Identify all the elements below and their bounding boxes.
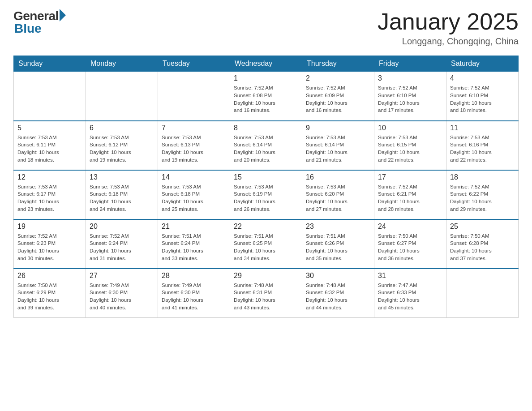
day-number: 23 bbox=[306, 223, 370, 231]
calendar-header: SundayMondayTuesdayWednesdayThursdayFrid… bbox=[14, 56, 519, 72]
day-number: 8 bbox=[234, 124, 298, 132]
day-info: Sunrise: 7:53 AM Sunset: 6:18 PM Dayligh… bbox=[162, 183, 226, 213]
calendar-week-4: 19Sunrise: 7:52 AM Sunset: 6:23 PM Dayli… bbox=[14, 219, 519, 269]
logo: General Blue bbox=[13, 9, 66, 36]
calendar-week-3: 12Sunrise: 7:53 AM Sunset: 6:17 PM Dayli… bbox=[14, 170, 519, 219]
day-cell-19: 19Sunrise: 7:52 AM Sunset: 6:23 PM Dayli… bbox=[14, 219, 86, 269]
day-number: 30 bbox=[306, 272, 370, 280]
logo-blue-text: Blue bbox=[14, 21, 42, 36]
day-info: Sunrise: 7:53 AM Sunset: 6:12 PM Dayligh… bbox=[90, 134, 154, 164]
day-number: 20 bbox=[90, 223, 154, 231]
day-info: Sunrise: 7:53 AM Sunset: 6:17 PM Dayligh… bbox=[17, 183, 82, 213]
day-info: Sunrise: 7:52 AM Sunset: 6:22 PM Dayligh… bbox=[450, 183, 515, 213]
day-info: Sunrise: 7:50 AM Sunset: 6:28 PM Dayligh… bbox=[450, 232, 515, 262]
day-number: 2 bbox=[306, 74, 370, 82]
day-number: 22 bbox=[234, 223, 298, 231]
weekday-header-saturday: Saturday bbox=[446, 56, 519, 72]
day-number: 12 bbox=[17, 173, 82, 181]
day-cell-10: 10Sunrise: 7:53 AM Sunset: 6:15 PM Dayli… bbox=[374, 121, 446, 170]
empty-cell bbox=[14, 72, 86, 121]
day-info: Sunrise: 7:53 AM Sunset: 6:19 PM Dayligh… bbox=[234, 183, 298, 213]
day-number: 31 bbox=[378, 272, 442, 280]
day-info: Sunrise: 7:53 AM Sunset: 6:11 PM Dayligh… bbox=[17, 134, 82, 164]
day-cell-8: 8Sunrise: 7:53 AM Sunset: 6:14 PM Daylig… bbox=[230, 121, 302, 170]
day-cell-23: 23Sunrise: 7:51 AM Sunset: 6:26 PM Dayli… bbox=[302, 219, 374, 269]
day-number: 7 bbox=[162, 124, 226, 132]
day-info: Sunrise: 7:51 AM Sunset: 6:26 PM Dayligh… bbox=[306, 232, 370, 262]
day-info: Sunrise: 7:53 AM Sunset: 6:13 PM Dayligh… bbox=[162, 134, 226, 164]
day-cell-20: 20Sunrise: 7:52 AM Sunset: 6:24 PM Dayli… bbox=[86, 219, 158, 269]
day-number: 27 bbox=[90, 272, 154, 280]
day-info: Sunrise: 7:52 AM Sunset: 6:09 PM Dayligh… bbox=[306, 84, 370, 114]
day-number: 6 bbox=[90, 124, 154, 132]
day-info: Sunrise: 7:47 AM Sunset: 6:33 PM Dayligh… bbox=[378, 282, 442, 312]
weekday-header-wednesday: Wednesday bbox=[230, 56, 302, 72]
day-info: Sunrise: 7:52 AM Sunset: 6:24 PM Dayligh… bbox=[90, 232, 154, 262]
day-number: 29 bbox=[234, 272, 298, 280]
day-info: Sunrise: 7:53 AM Sunset: 6:14 PM Dayligh… bbox=[306, 134, 370, 164]
day-info: Sunrise: 7:53 AM Sunset: 6:16 PM Dayligh… bbox=[450, 134, 515, 164]
calendar-table: SundayMondayTuesdayWednesdayThursdayFrid… bbox=[13, 56, 519, 318]
day-cell-25: 25Sunrise: 7:50 AM Sunset: 6:28 PM Dayli… bbox=[446, 219, 519, 269]
day-number: 5 bbox=[17, 124, 82, 132]
title-section: January 2025 Longgang, Chongqing, China bbox=[378, 9, 519, 47]
calendar-subtitle: Longgang, Chongqing, China bbox=[378, 36, 519, 47]
logo-triangle-icon bbox=[60, 9, 66, 21]
day-cell-5: 5Sunrise: 7:53 AM Sunset: 6:11 PM Daylig… bbox=[14, 121, 86, 170]
day-cell-7: 7Sunrise: 7:53 AM Sunset: 6:13 PM Daylig… bbox=[158, 121, 230, 170]
day-cell-12: 12Sunrise: 7:53 AM Sunset: 6:17 PM Dayli… bbox=[14, 170, 86, 219]
day-number: 19 bbox=[17, 223, 82, 231]
day-cell-1: 1Sunrise: 7:52 AM Sunset: 6:08 PM Daylig… bbox=[230, 72, 302, 121]
day-number: 11 bbox=[450, 124, 515, 132]
empty-cell bbox=[446, 269, 519, 318]
day-number: 26 bbox=[17, 272, 82, 280]
day-cell-4: 4Sunrise: 7:52 AM Sunset: 6:10 PM Daylig… bbox=[446, 72, 519, 121]
day-number: 18 bbox=[450, 173, 515, 181]
day-cell-14: 14Sunrise: 7:53 AM Sunset: 6:18 PM Dayli… bbox=[158, 170, 230, 219]
day-info: Sunrise: 7:52 AM Sunset: 6:21 PM Dayligh… bbox=[378, 183, 442, 213]
day-info: Sunrise: 7:53 AM Sunset: 6:15 PM Dayligh… bbox=[378, 134, 442, 164]
day-info: Sunrise: 7:52 AM Sunset: 6:10 PM Dayligh… bbox=[378, 84, 442, 114]
weekday-header-friday: Friday bbox=[374, 56, 446, 72]
day-cell-29: 29Sunrise: 7:48 AM Sunset: 6:31 PM Dayli… bbox=[230, 269, 302, 318]
day-info: Sunrise: 7:52 AM Sunset: 6:10 PM Dayligh… bbox=[450, 84, 515, 114]
day-number: 13 bbox=[90, 173, 154, 181]
day-cell-31: 31Sunrise: 7:47 AM Sunset: 6:33 PM Dayli… bbox=[374, 269, 446, 318]
day-info: Sunrise: 7:48 AM Sunset: 6:32 PM Dayligh… bbox=[306, 282, 370, 312]
weekday-header-row: SundayMondayTuesdayWednesdayThursdayFrid… bbox=[14, 56, 519, 72]
day-cell-2: 2Sunrise: 7:52 AM Sunset: 6:09 PM Daylig… bbox=[302, 72, 374, 121]
day-cell-24: 24Sunrise: 7:50 AM Sunset: 6:27 PM Dayli… bbox=[374, 219, 446, 269]
weekday-header-tuesday: Tuesday bbox=[158, 56, 230, 72]
empty-cell bbox=[158, 72, 230, 121]
day-info: Sunrise: 7:48 AM Sunset: 6:31 PM Dayligh… bbox=[234, 282, 298, 312]
day-info: Sunrise: 7:53 AM Sunset: 6:18 PM Dayligh… bbox=[90, 183, 154, 213]
day-info: Sunrise: 7:52 AM Sunset: 6:08 PM Dayligh… bbox=[234, 84, 298, 114]
day-number: 25 bbox=[450, 223, 515, 231]
day-cell-21: 21Sunrise: 7:51 AM Sunset: 6:24 PM Dayli… bbox=[158, 219, 230, 269]
day-cell-3: 3Sunrise: 7:52 AM Sunset: 6:10 PM Daylig… bbox=[374, 72, 446, 121]
day-cell-22: 22Sunrise: 7:51 AM Sunset: 6:25 PM Dayli… bbox=[230, 219, 302, 269]
day-number: 3 bbox=[378, 74, 442, 82]
calendar-week-2: 5Sunrise: 7:53 AM Sunset: 6:11 PM Daylig… bbox=[14, 121, 519, 170]
day-info: Sunrise: 7:53 AM Sunset: 6:20 PM Dayligh… bbox=[306, 183, 370, 213]
day-number: 28 bbox=[162, 272, 226, 280]
day-info: Sunrise: 7:51 AM Sunset: 6:25 PM Dayligh… bbox=[234, 232, 298, 262]
day-cell-13: 13Sunrise: 7:53 AM Sunset: 6:18 PM Dayli… bbox=[86, 170, 158, 219]
calendar-title: January 2025 bbox=[378, 9, 519, 34]
empty-cell bbox=[86, 72, 158, 121]
weekday-header-sunday: Sunday bbox=[14, 56, 86, 72]
day-number: 16 bbox=[306, 173, 370, 181]
weekday-header-monday: Monday bbox=[86, 56, 158, 72]
day-cell-11: 11Sunrise: 7:53 AM Sunset: 6:16 PM Dayli… bbox=[446, 121, 519, 170]
calendar-week-1: 1Sunrise: 7:52 AM Sunset: 6:08 PM Daylig… bbox=[14, 72, 519, 121]
day-info: Sunrise: 7:53 AM Sunset: 6:14 PM Dayligh… bbox=[234, 134, 298, 164]
day-cell-26: 26Sunrise: 7:50 AM Sunset: 6:29 PM Dayli… bbox=[14, 269, 86, 318]
day-info: Sunrise: 7:52 AM Sunset: 6:23 PM Dayligh… bbox=[17, 232, 82, 262]
weekday-header-thursday: Thursday bbox=[302, 56, 374, 72]
day-cell-6: 6Sunrise: 7:53 AM Sunset: 6:12 PM Daylig… bbox=[86, 121, 158, 170]
day-info: Sunrise: 7:51 AM Sunset: 6:24 PM Dayligh… bbox=[162, 232, 226, 262]
day-number: 14 bbox=[162, 173, 226, 181]
day-number: 21 bbox=[162, 223, 226, 231]
day-info: Sunrise: 7:50 AM Sunset: 6:27 PM Dayligh… bbox=[378, 232, 442, 262]
day-cell-15: 15Sunrise: 7:53 AM Sunset: 6:19 PM Dayli… bbox=[230, 170, 302, 219]
